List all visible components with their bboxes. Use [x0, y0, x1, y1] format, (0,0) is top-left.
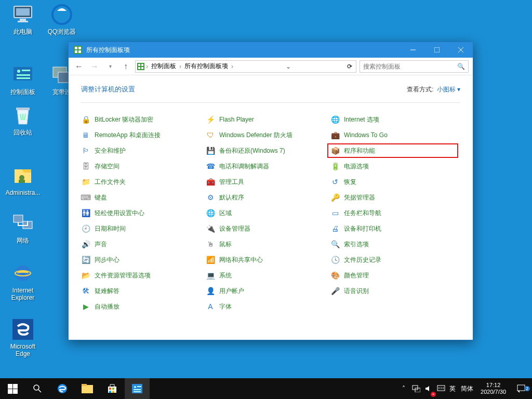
svg-rect-47 [134, 389, 141, 390]
cp-item[interactable]: 🔊声音 [81, 239, 206, 249]
svg-rect-23 [75, 50, 77, 53]
desktop-icon-control-panel[interactable]: 控制面板 [4, 63, 42, 96]
desktop-icon-administrator[interactable]: Administra... [4, 164, 42, 196]
desktop-icon-ie[interactable]: Internet Explorer [4, 262, 42, 301]
cp-item[interactable]: 🖱鼠标 [206, 239, 330, 249]
search-button[interactable] [25, 378, 50, 399]
cp-item[interactable]: 🎤语音识别 [330, 286, 455, 296]
start-button[interactable] [0, 378, 25, 399]
cp-item-icon: 🎤 [330, 286, 340, 296]
desktop-icon-qqbrowser[interactable]: QQ浏览器 [43, 3, 81, 35]
recent-button[interactable]: ▾ [104, 60, 116, 73]
cp-item[interactable]: 🏳安全和维护 [81, 145, 206, 156]
forward-button[interactable]: → [88, 60, 101, 73]
cp-item[interactable]: 🕘日期和时间 [81, 223, 206, 234]
cp-item[interactable]: ▭任务栏和导航 [330, 208, 455, 218]
window-title: 所有控制面板项 [86, 46, 401, 55]
cp-item[interactable]: 🔑凭据管理器 [330, 192, 455, 203]
tray-network-icon[interactable] [410, 378, 422, 399]
breadcrumb-seg-1[interactable]: 所有控制面板项 [181, 62, 231, 71]
tray-volume-icon[interactable]: × [422, 378, 435, 399]
breadcrumb-seg-0[interactable]: 控制面板 [148, 62, 179, 71]
desktop-icon-this-pc[interactable]: 此电脑 [4, 3, 42, 35]
cp-item[interactable]: ⚙默认程序 [206, 192, 330, 203]
breadcrumb-dropdown[interactable]: ⌄ [282, 63, 295, 70]
cp-item[interactable]: 📁工作文件夹 [81, 177, 206, 187]
cp-item[interactable]: 💾备份和还原(Windows 7) [206, 145, 330, 156]
cp-item[interactable]: 👤用户帐户 [206, 286, 330, 296]
cp-item-label: 键盘 [95, 193, 107, 202]
desktop-icon-edge[interactable]: Microsoft Edge [4, 318, 42, 357]
page-heading: 调整计算机的设置 [81, 85, 135, 94]
cp-item[interactable]: 🖥RemoteApp 和桌面连接 [81, 130, 206, 140]
cp-item[interactable]: 🔋电源选项 [330, 161, 455, 171]
cp-item[interactable]: 🌐Internet 选项 [330, 114, 455, 125]
cp-item[interactable]: 📦程序和功能 [327, 143, 458, 158]
back-button[interactable]: ← [73, 60, 85, 73]
cp-item[interactable]: ↺恢复 [330, 177, 455, 187]
cp-item[interactable]: 🕓文件历史记录 [330, 255, 455, 265]
tray-ime-mode[interactable]: 简体 [458, 378, 476, 399]
tray-ime-icon[interactable] [435, 378, 447, 399]
cp-item-label: 文件资源管理器选项 [95, 271, 151, 280]
cp-item-icon: 📶 [206, 255, 215, 264]
cp-item[interactable]: A字体 [206, 301, 330, 312]
cp-item-icon: 📂 [81, 271, 90, 280]
cp-item[interactable]: 🔒BitLocker 驱动器加密 [81, 114, 206, 125]
taskbar-store[interactable] [100, 378, 125, 399]
cp-item[interactable]: 🌐区域 [206, 208, 330, 218]
maximize-button[interactable] [425, 42, 449, 58]
cp-item[interactable]: 🎨颜色管理 [330, 270, 455, 281]
taskbar-edge[interactable] [50, 378, 75, 399]
desktop-icon-recycle-bin[interactable]: 回收站 [4, 104, 42, 136]
tray-ime-lang[interactable]: 英 [447, 378, 458, 399]
svg-rect-33 [141, 67, 143, 69]
cp-item-label: 管理工具 [219, 178, 244, 187]
cp-item[interactable]: 🔌设备管理器 [206, 223, 330, 234]
titlebar[interactable]: 所有控制面板项 [69, 42, 473, 58]
svg-point-4 [52, 5, 71, 24]
close-button[interactable] [449, 42, 473, 58]
svg-rect-3 [18, 21, 28, 22]
cp-item[interactable]: 💼Windows To Go [330, 130, 455, 140]
cp-item[interactable]: ☎电话和调制解调器 [206, 161, 330, 171]
cp-item-icon: 🖱 [206, 240, 215, 249]
cp-item[interactable]: 💻系统 [206, 270, 330, 281]
search-input[interactable] [363, 63, 457, 70]
cp-item[interactable]: 🛡Windows Defender 防火墙 [206, 130, 330, 140]
cp-item[interactable]: 🔍索引选项 [330, 239, 455, 249]
cp-item[interactable]: 📂文件资源管理器选项 [81, 270, 206, 281]
breadcrumb[interactable]: › 控制面板 › 所有控制面板项 › ⌄ ⟳ [135, 60, 356, 73]
cp-item-label: BitLocker 驱动器加密 [95, 115, 153, 124]
cp-item[interactable]: ▶自动播放 [81, 301, 206, 312]
cp-item[interactable]: ⌨键盘 [81, 192, 206, 203]
cp-item-icon: 🛠 [81, 286, 90, 296]
cp-item[interactable]: 🖨设备和打印机 [330, 223, 455, 234]
refresh-button[interactable]: ⟳ [343, 63, 356, 70]
svg-rect-12 [16, 108, 30, 110]
minimize-button[interactable] [401, 42, 425, 58]
cp-item-icon: 🔌 [206, 224, 215, 233]
cp-item[interactable]: 🧰管理工具 [206, 177, 330, 187]
view-mode-link[interactable]: 小图标 ▾ [437, 85, 460, 94]
svg-rect-55 [517, 385, 525, 391]
cp-item-icon: 🌐 [206, 208, 215, 218]
cp-item[interactable]: 📶网络和共享中心 [206, 255, 330, 265]
cp-item[interactable]: 🔄同步中心 [81, 255, 206, 265]
cp-item[interactable]: 🗄存储空间 [81, 161, 206, 171]
cp-item[interactable]: 🚻轻松使用设置中心 [81, 208, 206, 218]
tray-clock[interactable]: 17:122020/7/30 [476, 382, 510, 395]
cp-item[interactable]: 🛠疑难解答 [81, 286, 206, 296]
cp-item-label: 默认程序 [219, 193, 244, 202]
search-box[interactable]: 🔍 [360, 60, 469, 73]
taskbar-control-panel[interactable] [125, 378, 150, 399]
taskbar-explorer[interactable] [75, 378, 100, 399]
up-button[interactable]: ↑ [119, 60, 132, 73]
svg-rect-32 [138, 67, 140, 69]
cp-item-icon: 🔒 [81, 115, 90, 124]
action-center-button[interactable]: 2 [510, 384, 532, 393]
cp-item-icon: ⌨ [81, 193, 90, 202]
desktop-icon-network[interactable]: 网络 [4, 212, 42, 244]
tray-chevron-up-icon[interactable]: ˄ [397, 378, 410, 399]
cp-item[interactable]: ⚡Flash Player [206, 114, 330, 125]
